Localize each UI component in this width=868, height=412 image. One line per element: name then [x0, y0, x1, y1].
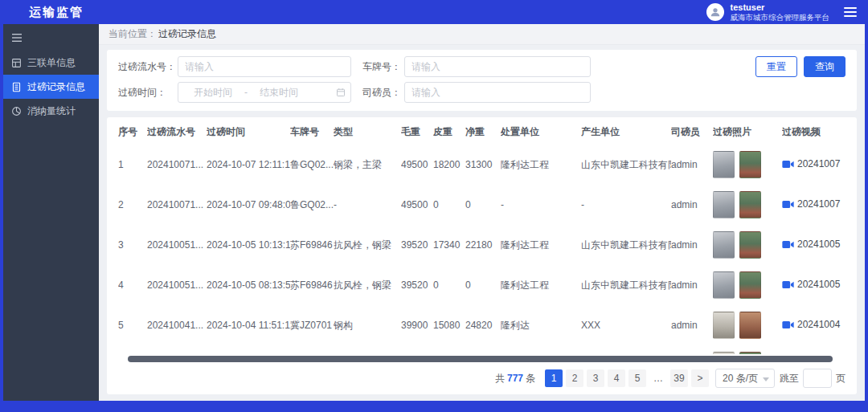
- chevron-down-icon: [763, 377, 769, 381]
- cell-disposal: [501, 345, 581, 354]
- main-content: 当前位置： 过磅记录信息 过磅流水号： 车牌号： 重置 查询 过磅时间：: [99, 24, 865, 401]
- cell-producer: 山东中凯建工科技有限...: [581, 225, 671, 265]
- user-avatar[interactable]: [706, 3, 724, 21]
- cell-time: 2024-10-05 10:13:15: [207, 225, 290, 265]
- cell-producer: [581, 345, 671, 354]
- sidebar-item-trip-ticket-info[interactable]: 三联单信息: [3, 51, 99, 75]
- sidebar-item-consumption-stats[interactable]: 消纳量统计: [3, 99, 99, 123]
- page-button[interactable]: 5: [628, 369, 646, 387]
- app-title: 运输监管: [29, 5, 84, 20]
- plate-filter-input[interactable]: [404, 56, 591, 77]
- cell-photos: [713, 145, 782, 185]
- weigh-photo-thumbnail[interactable]: [739, 231, 761, 259]
- video-link[interactable]: 20241005: [782, 239, 840, 250]
- total-prefix: 共: [495, 372, 505, 385]
- sidebar-item-weigh-record-info[interactable]: 过磅记录信息: [3, 75, 99, 99]
- cell-producer: 山东中凯建工科技有限...: [581, 265, 671, 305]
- cell-serial: 202410071...: [147, 185, 207, 225]
- start-date-input[interactable]: [183, 87, 243, 98]
- column-header: 皮重: [433, 119, 465, 145]
- weigh-photo-thumbnail[interactable]: [739, 352, 761, 354]
- cell-time: 2024-10-07 09:48:04: [207, 185, 290, 225]
- filter-row-2: 过磅时间： - 司磅员：: [118, 82, 845, 103]
- cell-video: 20241007: [782, 185, 845, 225]
- date-range-picker[interactable]: -: [178, 82, 351, 103]
- next-page-button[interactable]: >: [691, 369, 709, 387]
- column-header: 车牌号: [290, 119, 334, 145]
- video-link[interactable]: 20241004: [782, 319, 840, 330]
- weigh-photo-thumbnail[interactable]: [739, 151, 761, 178]
- cell-tare: 0: [433, 265, 465, 305]
- weigh-photo-thumbnail[interactable]: [739, 312, 761, 339]
- cell-gross: [401, 345, 433, 354]
- top-header: 运输监管 testuser 威海市城市综合管理服务平台: [0, 0, 868, 24]
- page-button[interactable]: 2: [566, 369, 583, 387]
- weigh-photo-thumbnail[interactable]: [739, 191, 761, 218]
- main-layout: 三联单信息过磅记录信息消纳量统计 当前位置： 过磅记录信息 过磅流水号： 车牌号…: [3, 24, 865, 401]
- page-button[interactable]: 3: [587, 369, 604, 387]
- cell-tare: 0: [433, 185, 465, 225]
- cell-plate: 苏F69846: [290, 225, 334, 265]
- cell-seq: 5: [118, 305, 147, 345]
- weigh-photo-thumbnail[interactable]: [713, 151, 735, 178]
- operator-filter-input[interactable]: [404, 82, 591, 103]
- table-row: 2 202410071... 2024-10-07 09:48:04 鲁GQ02…: [118, 185, 845, 225]
- video-filename: 20241007: [797, 158, 840, 169]
- weigh-photo-thumbnail[interactable]: [713, 271, 735, 299]
- cell-plate: 鲁GQ02...: [290, 185, 334, 225]
- cell-operator: admin: [671, 265, 713, 305]
- jump-page-input[interactable]: [803, 369, 832, 388]
- filter-panel: 过磅流水号： 车牌号： 重置 查询 过磅时间： -: [107, 50, 857, 111]
- cell-plate: 冀JZ0701: [290, 305, 334, 345]
- weigh-photo-thumbnail[interactable]: [713, 312, 735, 339]
- weigh-photo-thumbnail[interactable]: [713, 352, 735, 354]
- cell-gross: 49500: [401, 185, 433, 225]
- video-camera-icon: [782, 280, 794, 289]
- video-link[interactable]: 20241005: [782, 279, 840, 290]
- cell-gross: 49500: [401, 145, 433, 185]
- video-camera-icon: [782, 200, 794, 209]
- cell-disposal: -: [501, 185, 581, 225]
- page-button[interactable]: 1: [545, 369, 563, 387]
- cell-disposal: 隆利达: [501, 305, 581, 345]
- column-header: 毛重: [401, 119, 433, 145]
- column-header: 处置单位: [501, 119, 581, 145]
- weigh-photo-thumbnail[interactable]: [713, 231, 735, 259]
- cell-type: 抗风栓，钢梁: [334, 265, 401, 305]
- cell-disposal: 隆利达工程: [501, 225, 581, 265]
- user-meta: testuser 威海市城市综合管理服务平台: [731, 2, 830, 22]
- video-camera-icon: [782, 160, 794, 169]
- menu-icon[interactable]: [844, 7, 857, 17]
- cell-operator: admin: [671, 185, 713, 225]
- cell-disposal: 隆利达工程: [501, 145, 581, 185]
- video-link[interactable]: 20241007: [782, 158, 840, 169]
- video-filename: 20241005: [797, 239, 840, 250]
- cell-net: 22180: [465, 225, 501, 265]
- page-size-select[interactable]: 20 条/页: [715, 369, 775, 388]
- cell-operator: admin: [671, 225, 713, 265]
- cell-plate: [290, 345, 334, 354]
- cell-tare: [433, 345, 465, 354]
- weigh-photo-thumbnail[interactable]: [713, 191, 735, 218]
- page-button[interactable]: 4: [608, 369, 625, 387]
- video-link[interactable]: 20241007: [782, 198, 840, 210]
- horizontal-scrollbar-thumb[interactable]: [128, 356, 833, 362]
- filter-actions: 重置 查询: [755, 56, 845, 77]
- cell-type: 抗风栓，钢梁: [334, 225, 401, 265]
- cell-photos: [713, 345, 782, 354]
- cell-net: 31300: [465, 145, 501, 185]
- reset-button[interactable]: 重置: [755, 56, 797, 77]
- page-size-value: 20 条/页: [723, 372, 758, 385]
- end-date-input[interactable]: [249, 87, 309, 98]
- serial-filter-input[interactable]: [178, 56, 351, 77]
- search-button[interactable]: 查询: [804, 56, 845, 77]
- cell-type: 钢梁，主梁: [334, 145, 401, 185]
- collapse-sidebar-icon[interactable]: [3, 24, 31, 51]
- cell-seq: 2: [118, 185, 147, 225]
- weigh-photo-thumbnail[interactable]: [739, 271, 761, 299]
- page-button[interactable]: 39: [670, 369, 688, 387]
- sidebar-menu: 三联单信息过磅记录信息消纳量统计: [3, 51, 99, 123]
- cell-serial: 202410041...: [147, 305, 207, 345]
- pie-chart-icon: [11, 106, 22, 116]
- table-row: 1 202410071... 2024-10-07 12:11:13 鲁GQ02…: [118, 145, 845, 185]
